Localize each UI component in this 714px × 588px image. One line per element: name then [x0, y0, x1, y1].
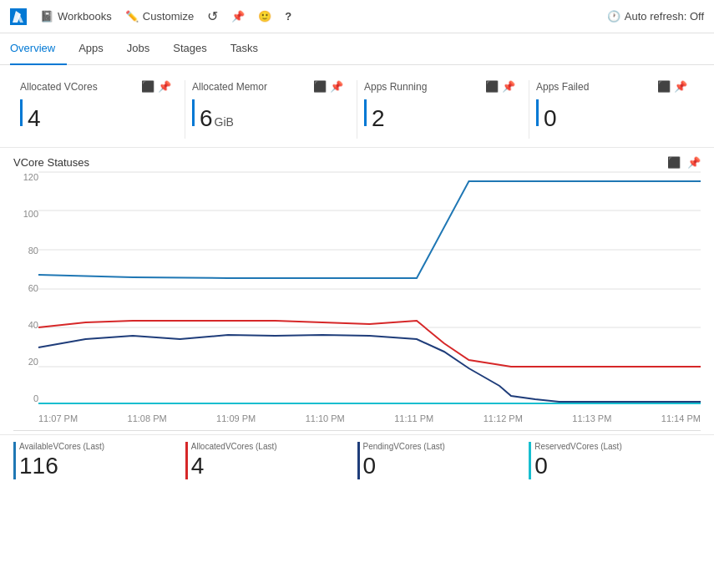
metric-apps-running: Apps Running ⬛ 📌 2	[357, 80, 529, 139]
metric-allocated-vcores: Allocated VCores ⬛ 📌 4	[13, 80, 185, 139]
metric-value: 0	[536, 99, 687, 132]
metric-label: Apps Running	[364, 81, 427, 93]
tab-stages[interactable]: Stages	[161, 33, 218, 65]
metric-pin-icon[interactable]: 📌	[330, 80, 343, 93]
metric-apps-failed: Apps Failed ⬛ 📌 0	[529, 80, 701, 139]
legend-reserved-vcores: ReservedVCores (Last) 0	[529, 442, 701, 479]
legend-available-vcores: AvailableVCores (Last) 116	[13, 442, 185, 479]
clock-icon: 🕐	[607, 10, 620, 23]
metric-pin-icon[interactable]: 📌	[502, 80, 515, 93]
metric-number: 6	[200, 105, 213, 132]
refresh-icon: ↺	[207, 8, 218, 24]
metric-value: 2	[364, 99, 515, 132]
metric-pin-icon[interactable]: 📌	[158, 80, 171, 93]
metric-expand-icon[interactable]: ⬛	[313, 80, 327, 93]
pin-icon: 📌	[231, 10, 245, 23]
metric-header: Allocated Memor ⬛ 📌	[192, 80, 343, 93]
workbooks-button[interactable]: 📓 Workbooks	[40, 10, 112, 23]
autorefresh-label: Auto refresh: Off	[625, 10, 704, 23]
metric-number: 2	[372, 105, 385, 132]
notebook-icon: 📓	[40, 10, 53, 23]
chart-yaxis: 0 20 40 60 80 100 120	[13, 172, 38, 405]
autorefresh-toggle[interactable]: 🕐 Auto refresh: Off	[607, 10, 704, 23]
nav-tabs: Overview Apps Jobs Stages Tasks	[0, 33, 714, 65]
metric-label: Allocated Memor	[192, 81, 267, 93]
metrics-row: Allocated VCores ⬛ 📌 4 Allocated Memor ⬛…	[0, 65, 714, 148]
legend-label: ReservedVCores (Last)	[534, 442, 691, 451]
topbar: 📓 Workbooks ✏️ Customize ↺ 📌 🙂 ? 🕐 Auto …	[0, 0, 714, 33]
metric-number: 4	[28, 105, 41, 132]
legend-pending-vcores: PendingVCores (Last) 0	[357, 442, 529, 479]
metric-expand-icon[interactable]: ⬛	[141, 80, 154, 93]
legend-label: AllocatedVCores (Last)	[191, 442, 347, 451]
legend-label: PendingVCores (Last)	[363, 442, 519, 451]
metric-header: Allocated VCores ⬛ 📌	[20, 80, 171, 93]
metric-bar	[20, 99, 23, 126]
metric-value: 4	[20, 99, 171, 132]
legend-allocated-vcores: AllocatedVCores (Last) 4	[185, 442, 357, 479]
help-icon: ?	[285, 10, 291, 23]
chart-pin-icon[interactable]: 📌	[687, 156, 701, 169]
metric-pin-icon[interactable]: 📌	[674, 80, 687, 93]
legend-value: 4	[191, 453, 347, 479]
metric-unit: GiB	[215, 115, 234, 129]
chart-section: VCore Statuses ⬛ 📌 0 20 40 60 80 100 120	[0, 148, 714, 431]
emoji-icon: 🙂	[258, 10, 271, 23]
customize-button[interactable]: ✏️ Customize	[125, 10, 194, 23]
metric-expand-icon[interactable]: ⬛	[657, 80, 671, 93]
tab-tasks[interactable]: Tasks	[219, 33, 270, 65]
metric-number: 0	[544, 105, 557, 132]
legend-row: AvailableVCores (Last) 116 AllocatedVCor…	[0, 434, 714, 486]
available-vcores-line	[38, 181, 701, 278]
metric-value: 6 GiB	[192, 99, 343, 132]
emoji-button[interactable]: 🙂	[258, 10, 271, 23]
refresh-button[interactable]: ↺	[207, 8, 218, 24]
workbooks-label: Workbooks	[58, 10, 112, 23]
chart-header-icons: ⬛ 📌	[667, 156, 701, 169]
azure-logo-icon	[10, 8, 27, 25]
legend-value: 0	[534, 453, 691, 479]
chart-xaxis: 11:07 PM 11:08 PM 11:09 PM 11:10 PM 11:1…	[38, 407, 701, 430]
pin-button[interactable]: 📌	[231, 10, 245, 23]
help-button[interactable]: ?	[285, 10, 291, 23]
chart-title: VCore Statuses	[13, 156, 89, 169]
metric-header: Apps Running ⬛ 📌	[364, 80, 515, 93]
pending-vcores-line	[38, 335, 701, 402]
chart-svg	[38, 172, 701, 406]
tab-apps[interactable]: Apps	[67, 33, 115, 65]
legend-value: 116	[19, 453, 175, 479]
metric-bar	[364, 99, 367, 126]
legend-label: AvailableVCores (Last)	[19, 442, 175, 451]
legend-value: 0	[363, 453, 519, 479]
metric-header: Apps Failed ⬛ 📌	[536, 80, 687, 93]
metric-allocated-memory: Allocated Memor ⬛ 📌 6 GiB	[185, 80, 357, 139]
tab-jobs[interactable]: Jobs	[115, 33, 161, 65]
metric-label: Allocated VCores	[20, 81, 98, 93]
customize-label: Customize	[143, 10, 194, 23]
tab-overview[interactable]: Overview	[10, 33, 67, 65]
metric-label: Apps Failed	[536, 81, 589, 93]
metric-expand-icon[interactable]: ⬛	[485, 80, 499, 93]
pencil-icon: ✏️	[125, 10, 139, 23]
chart-expand-icon[interactable]: ⬛	[667, 156, 681, 169]
chart-header: VCore Statuses ⬛ 📌	[13, 156, 701, 169]
metric-bar	[536, 99, 539, 126]
metric-bar	[192, 99, 195, 126]
chart-container: 0 20 40 60 80 100 120	[13, 172, 701, 431]
